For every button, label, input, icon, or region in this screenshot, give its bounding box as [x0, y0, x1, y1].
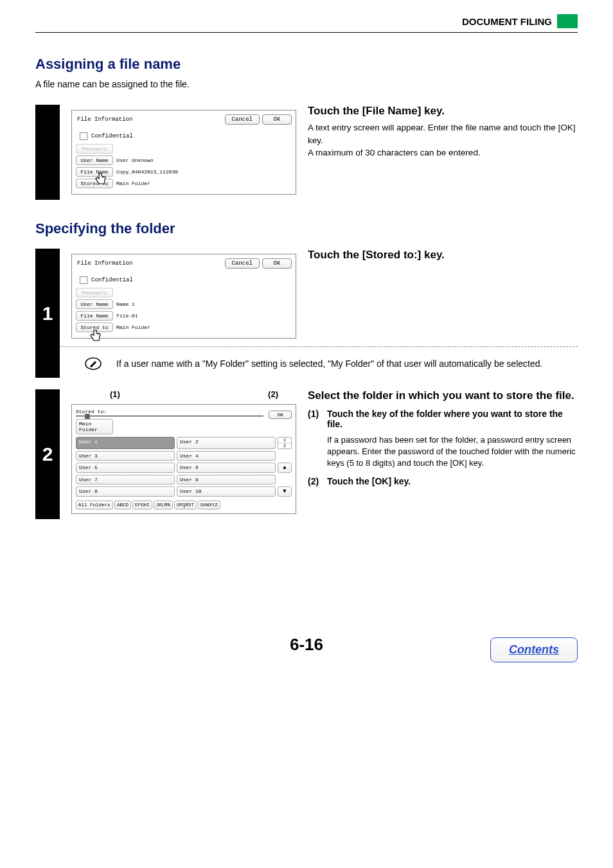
folder-user-7[interactable]: User 7: [76, 475, 175, 484]
folder-user-6[interactable]: User 6: [177, 463, 276, 473]
section-heading-assigning: Assigning a file name: [35, 56, 578, 73]
filename-value: Copy_04042013_112030: [115, 169, 178, 175]
dashed-divider: [60, 346, 578, 347]
stored-to-panel: Stored to: OK Main Folder User 1 User 2 …: [71, 404, 296, 514]
page-header: DOCUMENT FILING: [35, 16, 557, 27]
section-intro: A file name can be assigned to the file.: [35, 79, 578, 89]
alpha-all[interactable]: All Folders: [76, 500, 113, 509]
alpha-jklmn[interactable]: JKLMN: [154, 500, 173, 509]
password-button: Password: [76, 288, 113, 297]
substep-2-title: Touch the [OK] key.: [327, 476, 578, 486]
slider-track[interactable]: [76, 416, 263, 416]
panel-title: File Information: [76, 116, 222, 123]
username-button[interactable]: User Name: [76, 155, 113, 165]
ok-button[interactable]: OK: [269, 411, 292, 419]
folder-user-5[interactable]: User 5: [76, 463, 175, 473]
step-number-2: 2: [35, 389, 60, 519]
ok-button[interactable]: OK: [262, 114, 292, 125]
section-heading-specifying: Specifying the folder: [35, 220, 578, 237]
filename-button[interactable]: File Name: [76, 311, 113, 321]
main-folder-tab[interactable]: Main Folder: [76, 419, 113, 434]
header-rule: [35, 32, 578, 33]
confidential-label: Confidential: [91, 133, 133, 139]
section-tab: [557, 14, 578, 28]
substep-1-title: Touch the key of the folder where you wa…: [327, 409, 578, 429]
folder-user-8[interactable]: User 8: [177, 475, 276, 484]
note-text: If a user name with a "My Folder" settin…: [116, 359, 578, 369]
scroll-down-button[interactable]: ▼: [278, 486, 292, 497]
step-number-1: 1: [35, 249, 60, 378]
confidential-checkbox[interactable]: [80, 132, 87, 140]
file-info-panel: File Information Cancel OK Confidential …: [71, 110, 296, 195]
step1-title: Touch the [Stored to:] key.: [308, 249, 578, 261]
step-body-line1: A text entry screen will appear. Enter t…: [308, 121, 578, 146]
substep-1-num: (1): [308, 409, 327, 432]
step2-title: Select the folder in which you want to s…: [308, 389, 578, 402]
step-title: Touch the [File Name] key.: [308, 105, 578, 118]
callout-1: (1): [110, 389, 120, 399]
storedto-value: Main Folder: [115, 181, 150, 186]
ok-button[interactable]: OK: [262, 258, 292, 269]
username-value: User Unknown: [115, 157, 154, 163]
folder-user-2[interactable]: User 2: [177, 437, 276, 449]
file-info-panel-2: File Information Cancel OK Confidential …: [71, 254, 296, 339]
alpha-abcd[interactable]: ABCD: [114, 500, 131, 509]
slider-knob[interactable]: [85, 414, 90, 419]
folder-user-4[interactable]: User 4: [177, 451, 276, 461]
username-value: Name 1: [115, 301, 135, 307]
confidential-label: Confidential: [91, 277, 133, 283]
note-pencil-icon: [84, 355, 102, 373]
folder-user-9[interactable]: User 9: [76, 486, 175, 497]
alpha-opqrst[interactable]: OPQRST: [174, 500, 197, 509]
panel-title: Stored to:: [76, 409, 266, 414]
step-number-bar: [35, 105, 60, 200]
alpha-uvwxyz[interactable]: UVWXYZ: [198, 500, 220, 509]
hand-cursor-icon: [87, 328, 107, 347]
storedto-value: Main Folder: [115, 324, 150, 330]
cancel-button[interactable]: Cancel: [225, 114, 260, 125]
filename-value: file-01: [115, 313, 138, 319]
confidential-checkbox[interactable]: [80, 276, 87, 284]
alpha-efghi[interactable]: EFGHI: [132, 500, 152, 509]
hand-cursor-icon: [93, 171, 112, 190]
panel-title: File Information: [76, 260, 222, 267]
folder-user-1[interactable]: User 1: [76, 437, 175, 449]
cancel-button[interactable]: Cancel: [225, 258, 260, 269]
folder-user-3[interactable]: User 3: [76, 451, 175, 461]
scroll-up-button[interactable]: ▲: [278, 463, 292, 473]
substep-1-text: If a password has been set for the folde…: [308, 434, 578, 470]
callout-2: (2): [268, 389, 278, 399]
contents-button[interactable]: Contents: [490, 637, 578, 662]
step-body-line2: A maximum of 30 characters can be entere…: [308, 146, 578, 159]
page-indicator: 12: [278, 437, 292, 449]
folder-user-10[interactable]: User 10: [177, 486, 276, 497]
password-button: Password: [76, 144, 113, 154]
substep-2-num: (2): [308, 476, 327, 489]
username-button[interactable]: User Name: [76, 299, 113, 309]
